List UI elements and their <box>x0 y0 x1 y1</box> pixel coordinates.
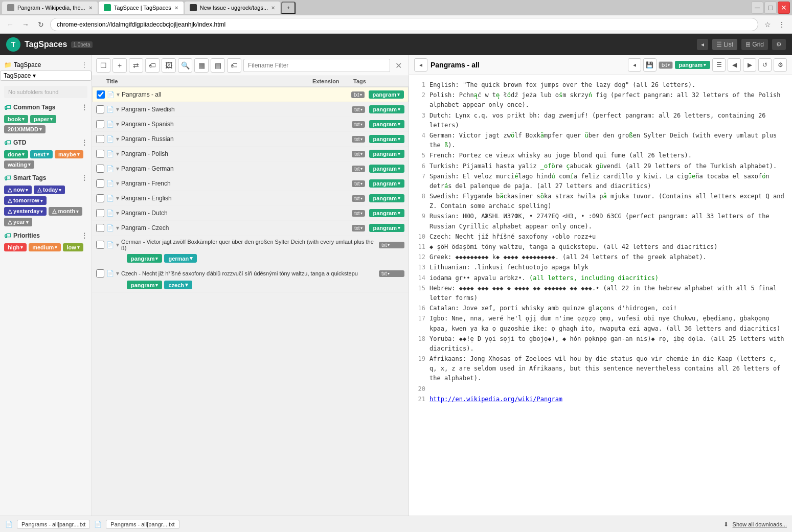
file-item-10[interactable]: 📄 ▾ Pangram - Czech txt ▾ pangram ▾ <box>92 221 409 236</box>
file-checkbox-9[interactable] <box>96 209 104 217</box>
priorities-more[interactable]: ⋮ <box>81 232 87 239</box>
right-left-arrow[interactable]: ◂ <box>628 58 641 72</box>
file-checkbox-7[interactable] <box>96 179 104 188</box>
right-refresh[interactable]: ↺ <box>758 58 772 72</box>
right-prev-button[interactable]: ◂ <box>414 58 427 72</box>
file-item-3[interactable]: 📄 ▾ Pangram - Spanish txt ▾ pangram ▾ <box>92 117 409 132</box>
file-checkbox-2[interactable] <box>96 105 104 113</box>
tag-month[interactable]: △ month ▾ <box>49 207 82 216</box>
file-ext-badge-8[interactable]: txt ▾ <box>352 195 365 202</box>
smart-tags-more[interactable]: ⋮ <box>81 174 87 181</box>
tab-github[interactable]: New Issue - uggrock/tags... ✕ <box>185 2 280 14</box>
file-item-4[interactable]: 📄 ▾ Pangram - Russian txt ▾ pangram ▾ <box>92 132 409 147</box>
select-all-button[interactable]: ☐ <box>96 58 110 73</box>
file-checkbox-6[interactable] <box>96 165 104 173</box>
new-tab-button[interactable]: + <box>281 2 296 14</box>
right-pangram-badge[interactable]: pangram ▾ <box>675 61 710 69</box>
file-checkbox-10[interactable] <box>96 224 104 232</box>
file-arrow-11[interactable]: ▾ <box>116 241 119 248</box>
tag-button[interactable]: 🏷 <box>145 58 160 73</box>
right-save-btn[interactable]: 💾 <box>643 58 657 72</box>
tag-done[interactable]: done ▾ <box>4 150 28 158</box>
right-ext-badge[interactable]: txt ▾ <box>659 62 672 68</box>
file-checkbox-4[interactable] <box>96 135 104 143</box>
file-ext-badge-4[interactable]: txt ▾ <box>352 136 365 143</box>
file-arrow-3[interactable]: ▾ <box>116 121 119 128</box>
czech-tag-12[interactable]: czech ▾ <box>164 281 192 289</box>
file-item-11[interactable]: 📄 ▾ German - Victor jagt zwölf Boxkämpfe… <box>92 236 409 266</box>
gtd-more[interactable]: ⋮ <box>81 139 87 146</box>
file-item-6[interactable]: 📄 ▾ Pangram - German txt ▾ pangram ▾ <box>92 161 409 176</box>
tab-close-github[interactable]: ✕ <box>271 5 275 11</box>
right-next2[interactable]: ▶ <box>743 58 756 72</box>
filename-filter-input[interactable] <box>243 59 390 72</box>
tag-now[interactable]: △ now ▾ <box>4 186 32 194</box>
add-file-button[interactable]: + <box>112 58 127 73</box>
tag-paper[interactable]: paper ▾ <box>30 115 56 123</box>
url-input[interactable] <box>50 18 758 31</box>
tag-tomorrow[interactable]: △ tomorrow ▾ <box>4 196 47 205</box>
header-settings-btn[interactable]: ⚙ <box>772 39 786 50</box>
file-ext-badge-1[interactable]: txt ▾ <box>351 91 365 98</box>
refresh-button[interactable]: ⇄ <box>129 58 143 73</box>
minimize-button[interactable]: ─ <box>751 2 763 14</box>
filter-clear-button[interactable]: ✕ <box>392 59 404 72</box>
layout-button[interactable]: ▦ <box>194 58 209 73</box>
file-ext-badge-6[interactable]: txt ▾ <box>352 166 365 172</box>
close-button[interactable]: ✕ <box>778 2 790 14</box>
maximize-button[interactable]: □ <box>764 2 777 14</box>
reload-button[interactable]: ↻ <box>35 18 47 31</box>
tag-medium[interactable]: medium ▾ <box>29 243 61 251</box>
common-tags-more[interactable]: ⋮ <box>81 104 87 111</box>
tag-maybe[interactable]: maybe ▾ <box>55 150 83 158</box>
tag-next[interactable]: next ▾ <box>30 150 53 158</box>
file-arrow-7[interactable]: ▾ <box>116 180 119 187</box>
pangram-tag-9[interactable]: pangram ▾ <box>369 209 404 217</box>
file-ext-badge-3[interactable]: txt ▾ <box>352 121 365 128</box>
file-checkbox-3[interactable] <box>96 120 104 128</box>
sidebar-folder-dropdown[interactable]: TagSpace ▾ <box>0 71 92 81</box>
file-checkbox-5[interactable] <box>96 150 104 158</box>
status-item-2[interactable]: Pangrams - all[pangr....txt <box>106 520 179 529</box>
file-arrow-5[interactable]: ▾ <box>116 150 119 157</box>
file-ext-badge-2[interactable]: txt ▾ <box>352 106 365 113</box>
pangram-tag-11[interactable]: pangram ▾ <box>127 254 162 263</box>
file-arrow-2[interactable]: ▾ <box>116 106 119 113</box>
tab-close-wiki[interactable]: ✕ <box>88 5 93 11</box>
show-downloads-link[interactable]: Show all downloads... <box>733 521 787 527</box>
wiki-link[interactable]: http://en.wikipedia.org/wiki/Pangram <box>429 396 562 403</box>
file-item-8[interactable]: 📄 ▾ Pangram - English txt ▾ pangram ▾ <box>92 191 409 206</box>
file-arrow-1[interactable]: ▾ <box>117 91 120 98</box>
file-checkbox-12[interactable] <box>96 269 104 277</box>
file-item-5[interactable]: 📄 ▾ Pangram - Polish txt ▾ pangram ▾ <box>92 147 409 161</box>
file-ext-badge-7[interactable]: txt ▾ <box>352 180 365 187</box>
file-item-9[interactable]: 📄 ▾ Pangram - Dutch txt ▾ pangram ▾ <box>92 206 409 221</box>
pangram-tag-2[interactable]: pangram ▾ <box>369 105 404 113</box>
back-button[interactable]: ← <box>4 18 16 31</box>
file-arrow-9[interactable]: ▾ <box>116 210 119 217</box>
settings-button[interactable]: ⋮ <box>776 18 788 31</box>
layout2-button[interactable]: ▤ <box>211 58 225 73</box>
file-ext-badge-12[interactable]: txt ▾ <box>379 270 404 277</box>
right-list-view[interactable]: ☰ <box>712 58 726 72</box>
tag-book[interactable]: book ▾ <box>4 115 28 123</box>
tag-low[interactable]: low ▾ <box>63 243 83 251</box>
file-arrow-4[interactable]: ▾ <box>116 135 119 143</box>
sidebar-more-icon[interactable]: ⋮ <box>81 61 87 68</box>
zoom-button[interactable]: 🔍 <box>178 58 192 73</box>
pangram-tag-4[interactable]: pangram ▾ <box>369 135 404 143</box>
tag-date[interactable]: 201XMMDD ▾ <box>4 125 46 133</box>
file-item-2[interactable]: 📄 ▾ Pangram - Swedish txt ▾ pangram ▾ <box>92 102 409 117</box>
pangram-tag-6[interactable]: pangram ▾ <box>369 165 404 173</box>
header-list-btn[interactable]: ☰ List <box>712 39 737 50</box>
tab-close-tagspace[interactable]: ✕ <box>174 5 178 11</box>
forward-button[interactable]: → <box>19 18 32 31</box>
tag-yesterday[interactable]: △ yesterday ▾ <box>4 207 47 216</box>
file-checkbox-8[interactable] <box>96 194 104 202</box>
tab-wiki[interactable]: Pangram - Wikipedia, the... ✕ <box>2 2 98 14</box>
file-checkbox-1[interactable] <box>97 90 105 99</box>
tag-waiting[interactable]: waiting ▾ <box>4 160 34 169</box>
pangram-tag-8[interactable]: pangram ▾ <box>369 194 404 202</box>
file-ext-badge-11[interactable]: txt ▾ <box>379 242 404 248</box>
file-arrow-10[interactable]: ▾ <box>116 224 119 232</box>
